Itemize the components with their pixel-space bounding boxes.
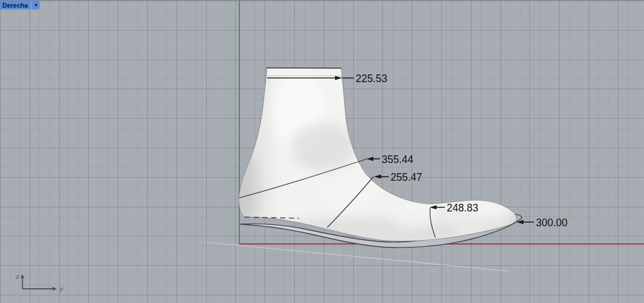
cad-viewport: 225.53 355.44 255.47 248.83 300.00 (0, 0, 644, 303)
arrow-icon (366, 157, 373, 161)
viewport-title-tab[interactable]: Derecha ▾ (0, 1, 40, 9)
construction-guide-line (207, 243, 509, 272)
axis-gizmo: z y (15, 273, 64, 293)
dimension-label[interactable]: 248.83 (447, 202, 479, 214)
axis-gizmo-y-label: y (58, 285, 64, 293)
viewport-dropdown-button[interactable]: ▾ (32, 1, 40, 9)
viewport-title[interactable]: Derecha (0, 1, 31, 9)
dimension-label[interactable]: 355.44 (382, 154, 414, 165)
axis-up-arrow-icon (21, 274, 24, 278)
dimension-label[interactable]: 300.00 (536, 217, 568, 229)
dimension-label[interactable]: 255.47 (391, 171, 422, 183)
dimension-label[interactable]: 225.53 (356, 73, 388, 84)
arrow-icon (374, 174, 381, 178)
chevron-down-icon: ▾ (35, 2, 37, 8)
shoe-last-model[interactable] (236, 66, 516, 247)
last-top-edge (266, 68, 341, 69)
viewport-canvas: 225.53 355.44 255.47 248.83 300.00 (0, 1, 644, 303)
dimension-255[interactable]: 255.47 (374, 171, 422, 183)
dimension-300[interactable]: 300.00 (516, 217, 568, 229)
axis-right-arrow-icon (53, 287, 57, 291)
axis-gizmo-z-label: z (15, 273, 19, 281)
dimension-355[interactable]: 355.44 (366, 154, 414, 165)
